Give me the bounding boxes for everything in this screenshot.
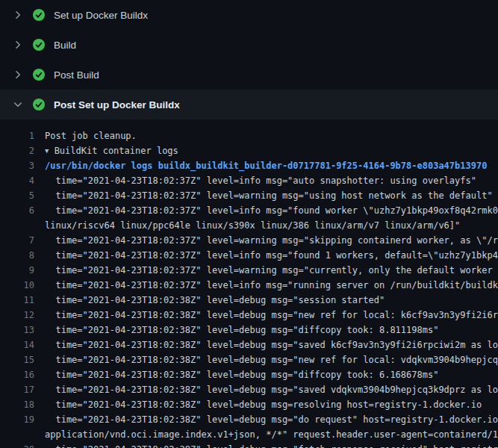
log-line-text: application/vnd.oci.image.index.v1+json,… xyxy=(45,427,498,442)
chevron-down-icon[interactable] xyxy=(12,99,24,111)
log-line-number[interactable]: 1 xyxy=(0,128,45,143)
log-line-text: ▼ BuildKit container logs xyxy=(45,143,178,158)
log-line: 16 time="2021-04-23T18:02:38Z" level=deb… xyxy=(0,367,498,382)
log-line: 13 time="2021-04-23T18:02:38Z" level=deb… xyxy=(0,323,498,337)
log-line: 3 /usr/bin/docker logs buildx_buildkit_b… xyxy=(0,158,498,173)
log-pane: 1 Post job cleanup. 2 ▼ BuildKit contain… xyxy=(0,119,498,448)
step-label: Post Build xyxy=(54,69,99,81)
check-circle-icon xyxy=(33,39,45,51)
check-circle-icon xyxy=(33,9,45,21)
log-line-number[interactable]: 20 xyxy=(0,442,45,448)
log-line-text: Post job cleanup. xyxy=(45,128,137,143)
log-line-number[interactable]: 11 xyxy=(0,293,45,308)
log-line-number[interactable]: 10 xyxy=(0,278,45,293)
step-label: Post Set up Docker Buildx xyxy=(54,99,180,111)
log-line-text: time="2021-04-23T18:02:37Z" level=info m… xyxy=(45,203,498,218)
log-line-text: time="2021-04-23T18:02:37Z" level=warnin… xyxy=(45,188,493,203)
step-row[interactable]: Post Build xyxy=(0,60,498,90)
log-line-text: time="2021-04-23T18:02:37Z" level=info m… xyxy=(45,278,498,293)
log-line-number[interactable]: 6 xyxy=(0,203,45,218)
log-line-number[interactable]: 5 xyxy=(0,188,45,203)
log-line-number[interactable]: 8 xyxy=(0,248,45,263)
log-line-text: time="2021-04-23T18:02:38Z" level=debug … xyxy=(45,382,498,397)
log-line: 11 time="2021-04-23T18:02:38Z" level=deb… xyxy=(0,293,498,308)
chevron-right-icon[interactable] xyxy=(12,39,24,51)
workflow-log-viewer: Set up Docker Buildx Build P xyxy=(0,0,498,448)
log-line-number[interactable]: 3 xyxy=(0,158,45,173)
log-line: 2 ▼ BuildKit container logs xyxy=(0,143,498,158)
step-row[interactable]: Set up Docker Buildx xyxy=(0,0,498,30)
log-line-number[interactable]: 2 xyxy=(0,143,45,158)
log-line-text: time="2021-04-23T18:02:38Z" level=debug … xyxy=(45,367,438,382)
log-line-number[interactable]: 18 xyxy=(0,397,45,412)
group-toggle-icon[interactable]: ▼ xyxy=(45,143,49,158)
log-line-number[interactable]: 7 xyxy=(0,233,45,248)
log-line-text: time="2021-04-23T18:02:38Z" level=debug … xyxy=(45,397,482,412)
log-line-text: time="2021-04-23T18:02:38Z" level=debug … xyxy=(45,337,498,352)
log-line-text: linux/riscv64 linux/ppc64le linux/s390x … xyxy=(45,218,460,233)
log-line: 5 time="2021-04-23T18:02:37Z" level=warn… xyxy=(0,188,498,203)
log-line: 4 time="2021-04-23T18:02:37Z" level=info… xyxy=(0,173,498,188)
log-line-number[interactable]: 16 xyxy=(0,367,45,382)
log-line-text: /usr/bin/docker logs buildx_buildkit_bui… xyxy=(45,158,487,173)
log-line-text: time="2021-04-23T18:02:38Z" level=debug … xyxy=(45,293,385,308)
step-label: Build xyxy=(54,40,76,51)
step-row[interactable]: Post Set up Docker Buildx xyxy=(0,90,498,119)
chevron-right-icon[interactable] xyxy=(12,9,24,21)
log-line-text: time="2021-04-23T18:02:37Z" level=info m… xyxy=(45,248,498,263)
log-line: 12 time="2021-04-23T18:02:38Z" level=deb… xyxy=(0,308,498,323)
step-label: Set up Docker Buildx xyxy=(54,10,148,21)
log-line-number[interactable]: 14 xyxy=(0,337,45,352)
log-line-number[interactable]: 9 xyxy=(0,263,45,278)
log-line: application/vnd.oci.image.index.v1+json,… xyxy=(0,427,498,442)
log-line: 9 time="2021-04-23T18:02:37Z" level=warn… xyxy=(0,263,498,278)
log-line: linux/riscv64 linux/ppc64le linux/s390x … xyxy=(0,218,498,233)
log-line: 20 time="2021-04-23T18:02:38Z" level=deb… xyxy=(0,442,498,448)
log-line-number[interactable] xyxy=(0,427,45,442)
log-line-number[interactable]: 19 xyxy=(0,412,45,427)
log-line-number[interactable] xyxy=(0,218,45,233)
check-circle-icon xyxy=(33,69,45,81)
log-line-text: time="2021-04-23T18:02:38Z" level=debug … xyxy=(45,412,498,427)
log-line-text: time="2021-04-23T18:02:38Z" level=debug … xyxy=(45,442,498,448)
log-line: 8 time="2021-04-23T18:02:37Z" level=info… xyxy=(0,248,498,263)
log-line-text: time="2021-04-23T18:02:37Z" level=info m… xyxy=(45,173,476,188)
log-line-number[interactable]: 4 xyxy=(0,173,45,188)
log-line: 19 time="2021-04-23T18:02:38Z" level=deb… xyxy=(0,412,498,427)
log-line-number[interactable]: 15 xyxy=(0,352,45,367)
log-line-number[interactable]: 13 xyxy=(0,323,45,337)
log-line: 6 time="2021-04-23T18:02:37Z" level=info… xyxy=(0,203,498,218)
log-line: 14 time="2021-04-23T18:02:38Z" level=deb… xyxy=(0,337,498,352)
log-line: 1 Post job cleanup. xyxy=(0,128,498,143)
log-line-text: time="2021-04-23T18:02:38Z" level=debug … xyxy=(45,323,438,337)
log-line-number[interactable]: 12 xyxy=(0,308,45,323)
log-line: 10 time="2021-04-23T18:02:37Z" level=inf… xyxy=(0,278,498,293)
log-line-text: time="2021-04-23T18:02:38Z" level=debug … xyxy=(45,308,498,323)
log-line-text: time="2021-04-23T18:02:37Z" level=warnin… xyxy=(45,233,498,248)
check-circle-icon xyxy=(33,99,45,111)
log-line: 17 time="2021-04-23T18:02:38Z" level=deb… xyxy=(0,382,498,397)
log-line-number[interactable]: 17 xyxy=(0,382,45,397)
chevron-right-icon[interactable] xyxy=(12,69,24,81)
log-line-text: time="2021-04-23T18:02:38Z" level=debug … xyxy=(45,352,498,367)
step-row[interactable]: Build xyxy=(0,30,498,60)
log-line-text: time="2021-04-23T18:02:37Z" level=warnin… xyxy=(45,263,498,278)
log-line: 18 time="2021-04-23T18:02:38Z" level=deb… xyxy=(0,397,498,412)
log-line: 15 time="2021-04-23T18:02:38Z" level=deb… xyxy=(0,352,498,367)
log-line: 7 time="2021-04-23T18:02:37Z" level=warn… xyxy=(0,233,498,248)
step-list: Set up Docker Buildx Build P xyxy=(0,0,498,119)
